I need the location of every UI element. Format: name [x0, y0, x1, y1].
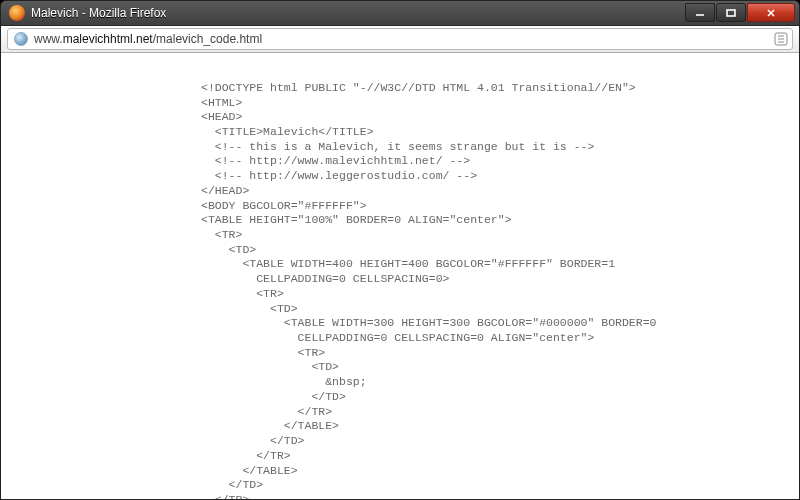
address-bar[interactable]: www.malevichhtml.net/malevich_code.html [7, 28, 793, 50]
reader-view-icon[interactable] [774, 32, 788, 46]
url-path: /malevich_code.html [153, 32, 262, 46]
minimize-button[interactable] [685, 3, 715, 22]
site-identity-icon[interactable] [14, 32, 28, 46]
window-titlebar[interactable]: Malevich - Mozilla Firefox [1, 1, 799, 26]
url-domain: malevichhtml.net [63, 32, 153, 46]
source-code-display: <!DOCTYPE html PUBLIC "-//W3C//DTD HTML … [201, 81, 799, 499]
url-prefix: www. [34, 32, 63, 46]
window-controls [684, 3, 795, 22]
url-text: www.malevichhtml.net/malevich_code.html [34, 32, 262, 46]
close-button[interactable] [747, 3, 795, 22]
firefox-icon [9, 5, 25, 21]
navigation-toolbar: www.malevichhtml.net/malevich_code.html [1, 26, 799, 53]
page-content: <!DOCTYPE html PUBLIC "-//W3C//DTD HTML … [1, 53, 799, 499]
maximize-button[interactable] [716, 3, 746, 22]
window-title: Malevich - Mozilla Firefox [31, 6, 684, 20]
svg-rect-1 [727, 10, 735, 16]
browser-window: Malevich - Mozilla Firefox www.malevichh… [0, 0, 800, 500]
